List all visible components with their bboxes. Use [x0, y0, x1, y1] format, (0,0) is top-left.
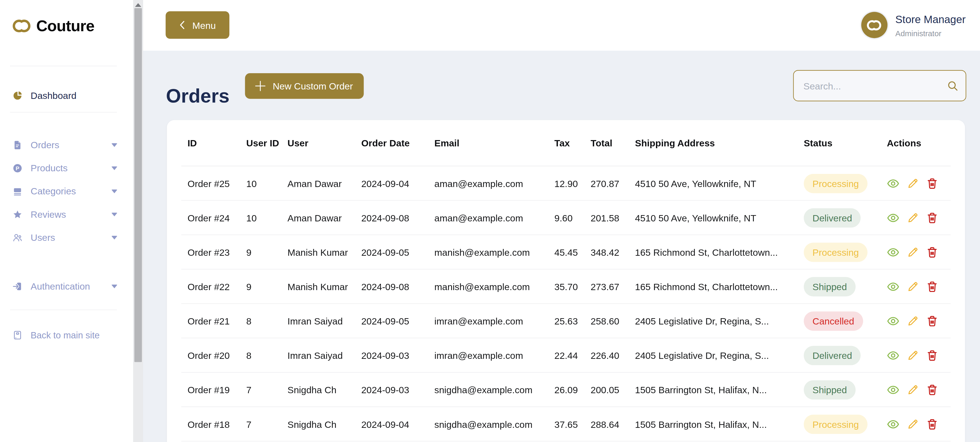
cell-order-date: 2024-09-05 [355, 316, 428, 326]
sidebar-scrollbar[interactable] [133, 0, 143, 442]
cell-user: Aman Dawar [281, 212, 355, 223]
cell-email: snigdha@example.com [428, 419, 548, 429]
column-header-id: ID [181, 137, 240, 148]
status-badge: Delivered [804, 208, 861, 227]
chevron-down-icon [111, 212, 118, 216]
cell-user: Imran Saiyad [281, 350, 355, 361]
status-badge: Processing [804, 243, 868, 262]
couture-logo-icon [12, 19, 31, 34]
delete-icon[interactable] [927, 246, 937, 258]
orders-table-card: ID User ID User Order Date Email Tax Tot… [167, 120, 965, 442]
cell-order-date: 2024-09-04 [355, 178, 428, 188]
cell-shipping-address: 1505 Barrington St, Halifax, N... [629, 384, 797, 395]
cell-user-id: 8 [240, 350, 281, 361]
column-header-total: Total [584, 137, 629, 148]
edit-icon[interactable] [907, 246, 919, 258]
status-badge: Cancelled [804, 311, 863, 330]
cell-actions [881, 177, 951, 189]
column-header-status: Status [797, 137, 881, 148]
delete-icon[interactable] [927, 349, 937, 361]
sidebar-item-label: Products [31, 163, 68, 173]
book-icon [13, 330, 22, 340]
view-icon[interactable] [887, 247, 899, 257]
product-icon [13, 163, 22, 173]
sidebar-item-reviews[interactable]: Reviews [13, 203, 118, 226]
menu-button[interactable]: Menu [166, 11, 229, 39]
column-header-order-date: Order Date [355, 137, 428, 148]
cell-tax: 12.90 [548, 178, 584, 188]
view-icon[interactable] [887, 213, 899, 222]
user-profile[interactable]: Store Manager Administrator [861, 12, 966, 38]
status-badge: Delivered [804, 345, 861, 365]
edit-icon[interactable] [907, 418, 919, 430]
delete-icon[interactable] [927, 418, 937, 430]
edit-icon[interactable] [907, 177, 919, 189]
view-icon[interactable] [887, 385, 899, 394]
table-header-row: ID User ID User Order Date Email Tax Tot… [181, 120, 951, 166]
cell-user-id: 10 [240, 212, 281, 223]
pie-chart-icon [13, 90, 22, 100]
cell-tax: 26.09 [548, 384, 584, 395]
cell-user: Aman Dawar [281, 178, 355, 188]
scrollbar-thumb[interactable] [134, 8, 142, 362]
cell-tax: 22.44 [548, 350, 584, 361]
cell-user: Snigdha Ch [281, 384, 355, 395]
sidebar-item-products[interactable]: Products [13, 156, 118, 179]
sidebar-item-back-to-main-site[interactable]: Back to main site [13, 323, 118, 346]
sidebar-item-authentication[interactable]: Authentication [13, 274, 118, 298]
cell-order-date: 2024-09-03 [355, 384, 428, 395]
cell-total: 201.58 [584, 212, 629, 223]
cell-total: 270.87 [584, 178, 629, 188]
edit-icon[interactable] [907, 349, 919, 361]
sidebar-item-dashboard[interactable]: Dashboard [13, 84, 118, 107]
status-badge: Shipped [804, 380, 856, 399]
sidebar-divider [10, 112, 117, 113]
delete-icon[interactable] [927, 315, 937, 327]
cell-tax: 25.63 [548, 316, 584, 326]
delete-icon[interactable] [927, 384, 937, 396]
sidebar-item-categories[interactable]: Categories [13, 179, 118, 203]
chevron-down-icon [111, 143, 118, 147]
star-icon [13, 209, 22, 219]
brand-logo[interactable]: Couture [12, 17, 94, 35]
edit-icon[interactable] [907, 315, 919, 327]
sidebar-item-orders[interactable]: Orders [13, 133, 118, 156]
view-icon[interactable] [887, 419, 899, 429]
view-icon[interactable] [887, 351, 899, 360]
cell-order-date: 2024-09-08 [355, 281, 428, 292]
cell-actions [881, 212, 951, 223]
cell-user: Manish Kumar [281, 247, 355, 257]
sidebar-item-label: Categories [31, 186, 76, 196]
sidebar-item-label: Authentication [31, 281, 90, 292]
column-header-tax: Tax [548, 137, 584, 148]
cell-tax: 45.45 [548, 247, 584, 257]
user-role: Administrator [895, 30, 966, 38]
edit-icon[interactable] [907, 384, 919, 395]
cell-actions [881, 418, 951, 430]
new-custom-order-button[interactable]: New Custom Order [245, 73, 363, 99]
cell-actions [881, 384, 951, 396]
edit-icon[interactable] [907, 212, 919, 223]
view-icon[interactable] [887, 179, 899, 188]
scroll-up-icon[interactable] [135, 3, 141, 6]
cell-email: manish@example.com [428, 281, 548, 292]
document-icon [13, 140, 22, 150]
cell-order-id: Order #22 [181, 281, 240, 292]
categories-icon [13, 186, 22, 196]
table-row: Order #25 10 Aman Dawar 2024-09-04 aman@… [181, 166, 951, 201]
view-icon[interactable] [887, 316, 899, 326]
cell-shipping-address: 4510 50 Ave, Yellowknife, NT [629, 178, 797, 188]
search-input[interactable] [793, 70, 966, 101]
delete-icon[interactable] [927, 281, 937, 292]
sidebar-item-users[interactable]: Users [13, 226, 118, 249]
avatar [861, 12, 887, 38]
sidebar-item-label: Users [31, 232, 55, 243]
delete-icon[interactable] [927, 212, 937, 223]
cell-email: aman@example.com [428, 212, 548, 223]
view-icon[interactable] [887, 282, 899, 291]
chevron-down-icon [111, 236, 118, 239]
delete-icon[interactable] [927, 177, 937, 189]
edit-icon[interactable] [907, 281, 919, 292]
cell-tax: 9.60 [548, 212, 584, 223]
sign-in-icon [13, 281, 22, 291]
